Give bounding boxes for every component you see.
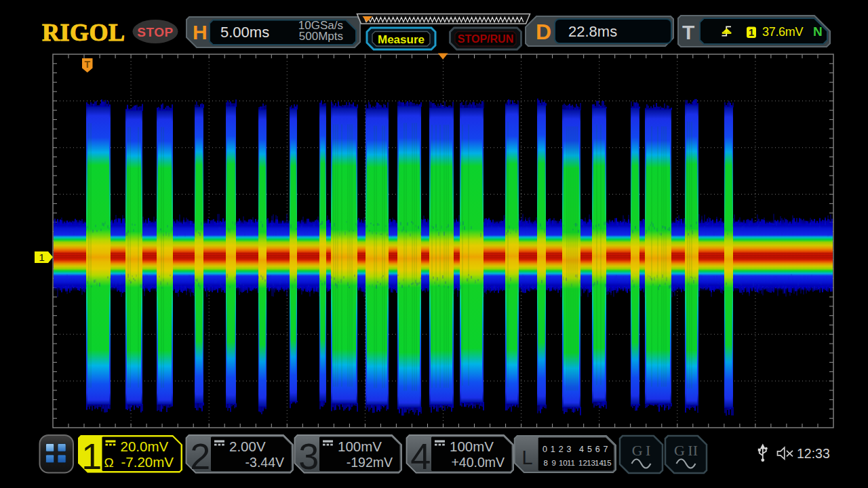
svg-text:4: 4 [410, 436, 431, 476]
svg-text:20.0mV: 20.0mV [121, 439, 169, 454]
svg-text:100mV: 100mV [450, 439, 494, 454]
svg-text:-192mV: -192mV [347, 455, 393, 470]
svg-text:N: N [813, 24, 823, 39]
svg-text:3: 3 [298, 436, 319, 476]
svg-text:H: H [193, 21, 208, 43]
svg-text:STOP: STOP [137, 25, 173, 39]
svg-text:-7.20mV: -7.20mV [121, 454, 174, 470]
svg-text:+40.0mV: +40.0mV [451, 455, 505, 470]
svg-text:5.00ms: 5.00ms [220, 24, 269, 41]
svg-text:RIGOL: RIGOL [42, 19, 125, 46]
svg-text:D: D [536, 20, 551, 44]
svg-text:2: 2 [190, 436, 210, 476]
svg-text:22.8ms: 22.8ms [568, 23, 617, 40]
svg-text:37.6mV: 37.6mV [762, 25, 804, 39]
svg-text:100mV: 100mV [338, 439, 382, 454]
svg-text:STOP/RUN: STOP/RUN [458, 33, 513, 45]
svg-text:G I: G I [632, 442, 651, 459]
svg-text:2.00V: 2.00V [229, 439, 266, 454]
svg-text:Ω: Ω [104, 455, 114, 470]
svg-text:1: 1 [39, 251, 45, 263]
svg-text:Measure: Measure [378, 33, 425, 46]
svg-text:1: 1 [81, 436, 102, 476]
svg-text:G II: G II [674, 442, 698, 459]
svg-text:-3.44V: -3.44V [245, 455, 284, 470]
svg-text:500Mpts: 500Mpts [299, 30, 343, 43]
svg-text:1: 1 [749, 27, 754, 38]
svg-text:12:33: 12:33 [797, 446, 830, 461]
svg-text:L: L [521, 447, 532, 468]
svg-text:T: T [682, 21, 694, 43]
svg-text:T: T [84, 59, 90, 70]
